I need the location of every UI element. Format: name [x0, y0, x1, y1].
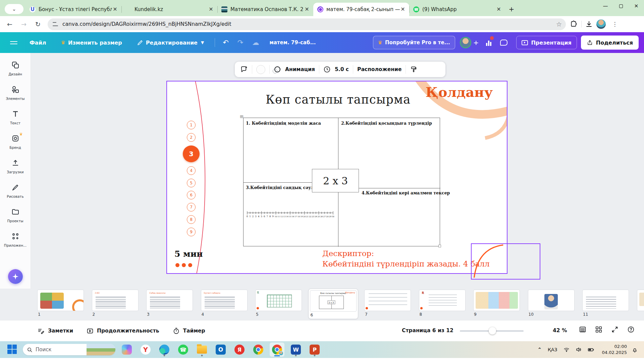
- address-bar[interactable]: canva.com/design/DAGRoixirmw/269HS_nBjHN…: [48, 18, 566, 30]
- minimize-button[interactable]: —: [598, 0, 613, 12]
- slide-thumbnail-1[interactable]: 1: [37, 290, 84, 317]
- volume-icon[interactable]: [576, 347, 582, 353]
- resize-menu[interactable]: ♛Изменить размер: [61, 40, 122, 46]
- notes-view-icon[interactable]: [579, 326, 586, 333]
- notes-button[interactable]: Заметки: [38, 327, 73, 335]
- sidebar-item-загрузки[interactable]: Загрузки: [0, 154, 31, 179]
- slide-thumbnail-partial[interactable]: [637, 290, 644, 312]
- document-title[interactable]: матем. 79-саб...: [269, 40, 316, 46]
- yandex-browser-icon[interactable]: Я: [232, 343, 247, 357]
- style-roller-icon[interactable]: [410, 66, 417, 73]
- tab-close-icon[interactable]: ✕: [112, 6, 118, 12]
- new-tab-button[interactable]: +: [506, 4, 517, 14]
- extensions-icon[interactable]: [570, 20, 578, 28]
- explorer-icon[interactable]: [195, 343, 209, 357]
- sidebar-item-текст[interactable]: Текст: [0, 105, 31, 130]
- whatsapp-icon[interactable]: ☎: [176, 343, 191, 357]
- undo-icon[interactable]: ↶: [223, 39, 229, 47]
- slide-thumbnail-8[interactable]: 8: [419, 290, 466, 317]
- step-circle-3[interactable]: 3: [183, 145, 200, 162]
- table-move-handle[interactable]: ⊞: [240, 114, 244, 119]
- wifi-icon[interactable]: [564, 347, 570, 353]
- step-circle-7[interactable]: 7: [187, 203, 196, 212]
- zoom-slider[interactable]: [460, 330, 524, 331]
- slide-canvas[interactable]: Қолдану Көп сатылы тапсырма 123456789 ⊞ …: [166, 81, 507, 274]
- step-circle-5[interactable]: 5: [187, 179, 196, 187]
- editing-mode-menu[interactable]: Редактирование▼: [137, 40, 204, 46]
- zoom-percentage[interactable]: 42 %: [553, 327, 567, 334]
- duration-button[interactable]: 5.0 с: [335, 66, 349, 72]
- fullscreen-icon[interactable]: [611, 326, 619, 333]
- canva-avatar[interactable]: [460, 37, 471, 48]
- tab-search-button[interactable]: ⌄: [5, 4, 23, 14]
- slide-thumbnail-3[interactable]: Сабақ мақсаты:3: [146, 290, 193, 317]
- browser-tab[interactable]: матем. 79-сабақ 2-сынып — П✕: [313, 3, 409, 16]
- tab-close-icon[interactable]: ✕: [400, 6, 406, 12]
- redo-icon[interactable]: ↷: [237, 39, 244, 47]
- sidebar-item-дизайн[interactable]: Дизайн: [0, 56, 31, 81]
- browser-menu-icon[interactable]: ⋮: [609, 18, 621, 30]
- notifications-bell-icon[interactable]: [632, 347, 638, 353]
- magic-studio-button[interactable]: [8, 269, 23, 284]
- language-indicator[interactable]: ҚАЗ: [548, 347, 557, 352]
- insights-icon[interactable]: [486, 39, 491, 46]
- grid-view-icon[interactable]: [595, 326, 602, 333]
- present-button[interactable]: Презентация: [516, 36, 577, 49]
- browser-tab[interactable]: ☎(9) WhatsApp✕: [409, 3, 505, 16]
- comments-icon[interactable]: [500, 40, 507, 46]
- step-circle-6[interactable]: 6: [187, 191, 196, 199]
- forward-icon[interactable]: →: [18, 18, 30, 30]
- start-button[interactable]: [7, 345, 17, 355]
- powerpoint-icon[interactable]: P: [307, 343, 322, 357]
- timer-button[interactable]: Таймер: [173, 327, 205, 335]
- step-circle-4[interactable]: 4: [187, 166, 196, 175]
- taskbar-search[interactable]: Поиск: [23, 344, 115, 355]
- step-circle-9[interactable]: 9: [187, 228, 196, 236]
- add-comment-icon[interactable]: [240, 66, 248, 73]
- file-menu[interactable]: Файл: [30, 40, 46, 46]
- bloom-level-badge[interactable]: Қолдану: [426, 84, 493, 100]
- slide-thumbnail-5[interactable]: 5: [255, 290, 302, 317]
- tab-close-icon[interactable]: ✕: [496, 6, 502, 12]
- slide-thumbnail-6[interactable]: Көп сатылы тапсырмаҚолдану6: [308, 289, 358, 319]
- tab-close-icon[interactable]: ✕: [208, 6, 214, 12]
- position-button[interactable]: Расположение: [357, 66, 401, 72]
- slide-thumbnail-9[interactable]: 9: [473, 290, 520, 317]
- try-pro-button[interactable]: ♛Попробуйте Pro в те...: [373, 36, 455, 49]
- outlook-icon[interactable]: O: [213, 343, 228, 357]
- slide-thumbnail-7[interactable]: 7: [364, 290, 411, 317]
- table-resize-handle[interactable]: [438, 245, 441, 247]
- animate-button[interactable]: Анимация: [285, 66, 315, 72]
- sidebar-item-рисовать[interactable]: Рисовать: [0, 179, 31, 203]
- sidebar-item-приложен[interactable]: Приложен...: [0, 228, 31, 252]
- site-settings-icon[interactable]: [52, 21, 59, 27]
- sidebar-item-проекты[interactable]: Проекты: [0, 203, 31, 228]
- search-highlight-image[interactable]: [87, 344, 115, 355]
- edge-icon[interactable]: [157, 343, 172, 357]
- help-icon[interactable]: [627, 326, 635, 333]
- url-text[interactable]: canva.com/design/DAGRoixirmw/269HS_nBjHN…: [62, 21, 553, 27]
- battery-icon[interactable]: [588, 346, 594, 353]
- menu-icon[interactable]: [10, 41, 17, 44]
- time-limit-label[interactable]: 5 мин: [174, 249, 203, 259]
- tab-close-icon[interactable]: ✕: [304, 6, 310, 12]
- browser-tab[interactable]: Математика Оспанов Т.К. 2 кла✕: [217, 3, 313, 16]
- reload-icon[interactable]: ↻: [32, 18, 44, 30]
- slide-thumbnail-2[interactable]: 3-КЕ2: [92, 290, 139, 317]
- taskbar-clock[interactable]: 02:00 04.02.2025: [602, 344, 627, 355]
- chrome-profile-icon[interactable]: [270, 343, 284, 357]
- duration-button-bottom[interactable]: Продолжительность: [87, 327, 159, 335]
- bookmark-star-icon[interactable]: ☆: [556, 20, 562, 28]
- step-circle-2[interactable]: 2: [187, 133, 196, 142]
- share-button[interactable]: Поделиться: [581, 36, 639, 50]
- color-swatch[interactable]: [256, 65, 265, 74]
- close-button[interactable]: ✕: [629, 0, 644, 12]
- slide-thumbnail-4[interactable]: Бүгінгі сабақта:4: [201, 290, 248, 317]
- copilot-icon[interactable]: [119, 343, 134, 357]
- browser-tab[interactable]: Kundelik.kz✕: [121, 3, 217, 16]
- back-icon[interactable]: ←: [4, 18, 15, 30]
- selected-element-box[interactable]: [471, 243, 540, 280]
- sidebar-item-бренд[interactable]: ♛Бренд: [0, 130, 31, 154]
- slide-thumbnail-11[interactable]: 11: [582, 290, 629, 317]
- sidebar-item-элементы[interactable]: Элементы: [0, 81, 31, 105]
